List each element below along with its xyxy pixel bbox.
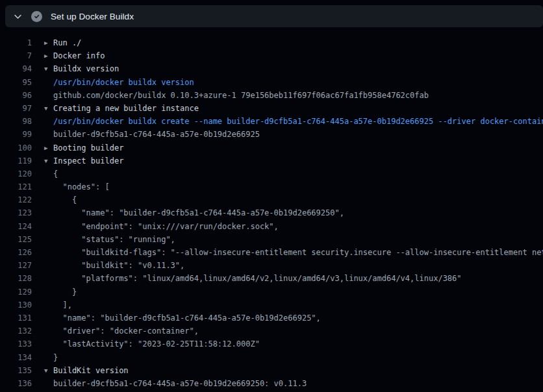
- arrow-placeholder: [44, 286, 53, 299]
- log-line: 132 "driver": "docker-container",: [0, 325, 543, 337]
- log-line: 129 }: [0, 286, 543, 299]
- log-line-text: BuildKit version: [53, 364, 129, 377]
- arrow-placeholder: [44, 377, 53, 390]
- log-line-text: {: [53, 167, 58, 180]
- arrow-placeholder: [44, 89, 53, 102]
- chevron-right-icon: ▶: [44, 49, 53, 62]
- log-line-text: /usr/bin/docker buildx create --name bui…: [53, 115, 543, 128]
- log-line: 133 "lastActivity": "2023-02-25T11:58:12…: [0, 337, 543, 350]
- arrow-placeholder: [44, 312, 53, 325]
- arrow-placeholder: [44, 76, 53, 89]
- line-number[interactable]: 122: [0, 193, 32, 206]
- log-line: 98 /usr/bin/docker buildx create --name …: [0, 115, 543, 128]
- log-line-text: "lastActivity": "2023-02-25T11:58:12.000…: [53, 337, 260, 350]
- log-line: 120 {: [0, 167, 543, 180]
- log-line-text: "endpoint": "unix:///var/run/docker.sock…: [53, 220, 279, 233]
- line-number[interactable]: 127: [0, 259, 32, 272]
- line-number[interactable]: 126: [0, 246, 32, 259]
- arrow-placeholder: [44, 193, 53, 206]
- log-line-text: Run ./: [53, 36, 81, 49]
- line-number[interactable]: 7: [0, 49, 32, 62]
- log-line[interactable]: 94 ▼ Buildx version: [0, 62, 543, 75]
- arrow-placeholder: [44, 351, 53, 364]
- log-line: 122 {: [0, 193, 543, 206]
- line-number[interactable]: 128: [0, 272, 32, 285]
- log-line-text: "platforms": "linux/amd64,linux/amd64/v2…: [53, 272, 462, 285]
- log-line: 96 github.com/docker/buildx 0.10.3+azure…: [0, 89, 543, 102]
- chevron-down-icon: ▼: [44, 102, 53, 115]
- log-line: 125 "status": "running",: [0, 233, 543, 246]
- log-line-text: {: [53, 193, 77, 206]
- line-number[interactable]: 132: [0, 325, 32, 337]
- arrow-placeholder: [44, 220, 53, 233]
- line-number[interactable]: 95: [0, 76, 32, 89]
- log-line: 127 "buildkit": "v0.11.3",: [0, 259, 543, 272]
- chevron-right-icon: ▶: [44, 141, 53, 154]
- line-number[interactable]: 119: [0, 154, 32, 167]
- check-circle-icon: [31, 11, 42, 22]
- log-line: 123 "name": "builder-d9cfb5a1-c764-445a-…: [0, 206, 543, 219]
- line-number[interactable]: 135: [0, 364, 32, 377]
- log-line: 134 }: [0, 351, 543, 364]
- arrow-placeholder: [44, 167, 53, 180]
- arrow-placeholder: [44, 325, 53, 337]
- log-line-text: Buildx version: [53, 62, 119, 75]
- log-line-text: "buildkit": "v0.11.3",: [53, 259, 184, 272]
- line-number[interactable]: 94: [0, 62, 32, 75]
- log-line[interactable]: 7 ▶ Docker info: [0, 49, 543, 62]
- line-number[interactable]: 133: [0, 337, 32, 350]
- log-line-text: }: [53, 351, 58, 364]
- line-number[interactable]: 125: [0, 233, 32, 246]
- chevron-down-icon: ▼: [44, 364, 53, 377]
- log-line: 126 "buildkitd-flags": "--allow-insecure…: [0, 246, 543, 259]
- log-line[interactable]: 97 ▼ Creating a new builder instance: [0, 102, 543, 115]
- log-line-text: "status": "running",: [53, 233, 175, 246]
- line-number[interactable]: 134: [0, 351, 32, 364]
- line-number[interactable]: 99: [0, 128, 32, 141]
- log-line-text: ],: [53, 299, 72, 312]
- line-number[interactable]: 97: [0, 102, 32, 115]
- arrow-placeholder: [44, 272, 53, 285]
- line-number[interactable]: 136: [0, 377, 32, 390]
- log-line-text: /usr/bin/docker buildx version: [53, 76, 194, 89]
- log-line: 121 "nodes": [: [0, 180, 543, 193]
- line-number[interactable]: 129: [0, 286, 32, 299]
- log-line-text: github.com/docker/buildx 0.10.3+azure-1 …: [53, 89, 429, 102]
- line-number[interactable]: 123: [0, 206, 32, 219]
- chevron-down-icon[interactable]: [12, 11, 23, 21]
- line-number[interactable]: 100: [0, 141, 32, 154]
- line-number[interactable]: 130: [0, 299, 32, 312]
- step-header[interactable]: Set up Docker Buildx: [5, 5, 543, 27]
- arrow-placeholder: [44, 233, 53, 246]
- line-number[interactable]: 98: [0, 115, 32, 128]
- line-number[interactable]: 124: [0, 220, 32, 233]
- arrow-placeholder: [44, 246, 53, 259]
- log-content: 1 ▶ Run ./ 7 ▶ Docker info 94 ▼ Buildx v…: [0, 27, 543, 392]
- arrow-placeholder: [44, 180, 53, 193]
- log-line[interactable]: 100 ▶ Booting builder: [0, 141, 543, 154]
- line-number[interactable]: 96: [0, 89, 32, 102]
- line-number[interactable]: 121: [0, 180, 32, 193]
- arrow-placeholder: [44, 206, 53, 219]
- chevron-down-icon: ▼: [44, 62, 53, 75]
- log-line-text: Creating a new builder instance: [53, 102, 199, 115]
- line-number[interactable]: 131: [0, 312, 32, 325]
- log-line[interactable]: 119 ▼ Inspect builder: [0, 154, 543, 167]
- line-number[interactable]: 120: [0, 167, 32, 180]
- arrow-placeholder: [44, 259, 53, 272]
- log-line[interactable]: 1 ▶ Run ./: [0, 36, 543, 49]
- log-line: 131 "name": "builder-d9cfb5a1-c764-445a-…: [0, 312, 543, 325]
- log-line-text: builder-d9cfb5a1-c764-445a-a57e-0b19d2e6…: [53, 377, 307, 390]
- arrow-placeholder: [44, 337, 53, 350]
- chevron-right-icon: ▶: [44, 36, 53, 49]
- line-number[interactable]: 1: [0, 36, 32, 49]
- log-line-text: "name": "builder-d9cfb5a1-c764-445a-a57e…: [53, 312, 321, 325]
- arrow-placeholder: [44, 299, 53, 312]
- log-line-text: }: [53, 286, 77, 299]
- log-line-text: Booting builder: [53, 141, 123, 154]
- arrow-placeholder: [44, 115, 53, 128]
- log-line: 95 /usr/bin/docker buildx version: [0, 76, 543, 89]
- log-line[interactable]: 135 ▼ BuildKit version: [0, 364, 543, 377]
- step-title: Set up Docker Buildx: [51, 12, 134, 21]
- log-line: 130 ],: [0, 299, 543, 312]
